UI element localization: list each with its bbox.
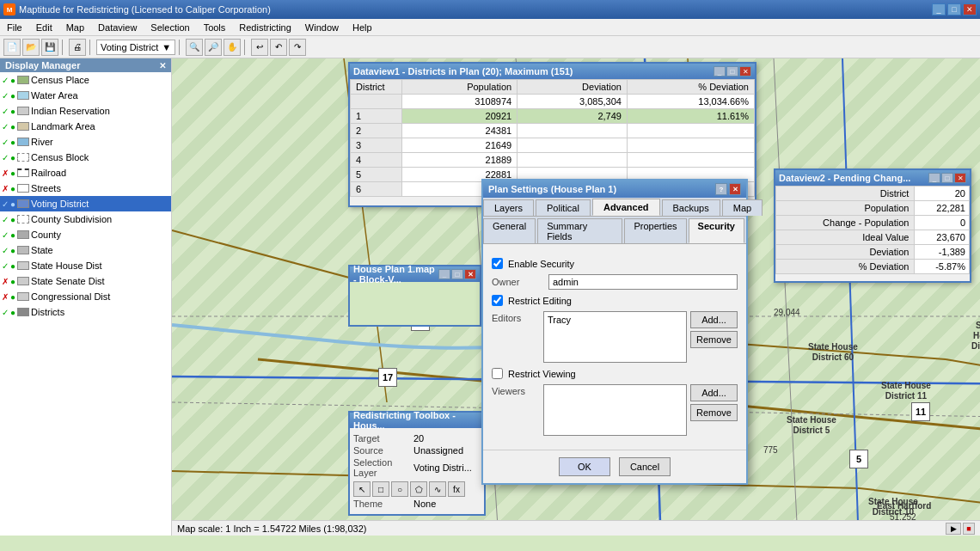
dialog-controls[interactable]: ? ✕ bbox=[715, 183, 741, 195]
dataview2-close[interactable]: ✕ bbox=[954, 173, 966, 183]
menu-dataview[interactable]: Dataview bbox=[91, 21, 144, 34]
dataview1-minimize[interactable]: _ bbox=[714, 66, 726, 77]
maximize-button[interactable]: □ bbox=[947, 3, 961, 15]
remove-viewer-button[interactable]: Remove bbox=[690, 404, 738, 421]
houseplan-controls[interactable]: _ □ ✕ bbox=[438, 269, 476, 279]
close-button[interactable]: ✕ bbox=[963, 3, 977, 15]
map-area[interactable]: State HouseDistrict 16 23,511 State Hous… bbox=[172, 58, 980, 536]
print-btn[interactable]: 🖨 bbox=[69, 39, 86, 56]
status-btn-1[interactable]: ▶ bbox=[946, 523, 961, 535]
table-row[interactable]: 3108974 3,085,304 13,034.66% bbox=[351, 95, 755, 109]
tab-map[interactable]: Map bbox=[722, 199, 763, 216]
table-row[interactable]: 4 21889 bbox=[351, 153, 755, 168]
tool-polygon[interactable]: ⬠ bbox=[410, 481, 427, 497]
layer-railroad[interactable]: ✗ ● Railroad bbox=[0, 165, 171, 181]
editors-list[interactable]: Tracy bbox=[543, 311, 687, 363]
minimize-button[interactable]: _ bbox=[932, 3, 946, 15]
layer-indian-reservation[interactable]: ✓ ● Indian Reservation bbox=[0, 103, 171, 119]
undo-btn[interactable]: ↶ bbox=[270, 39, 287, 56]
houseplan-maximize[interactable]: □ bbox=[451, 269, 463, 279]
menu-help[interactable]: Help bbox=[346, 21, 379, 34]
table-row[interactable]: 3 21649 bbox=[351, 138, 755, 153]
menu-map[interactable]: Map bbox=[59, 21, 91, 34]
table-row[interactable]: 1 20921 2,749 11.61% bbox=[351, 109, 755, 124]
dataview1-controls[interactable]: _ □ ✕ bbox=[714, 66, 751, 77]
tool-arrow[interactable]: ↖ bbox=[353, 481, 371, 497]
status-controls[interactable]: ▶ ■ bbox=[946, 523, 975, 535]
layer-census-place[interactable]: ✓ ● Census Place bbox=[0, 72, 171, 88]
redo-btn[interactable]: ↷ bbox=[289, 39, 306, 56]
add-editor-button[interactable]: Add... bbox=[690, 311, 738, 328]
restrict-viewing-checkbox[interactable] bbox=[492, 368, 503, 379]
display-manager-close[interactable]: ✕ bbox=[159, 61, 166, 70]
list-item[interactable]: Tracy bbox=[546, 314, 684, 326]
layer-voting-district[interactable]: ✓ ● Voting District bbox=[0, 196, 171, 211]
tab-layers[interactable]: Layers bbox=[483, 199, 534, 216]
houseplan-minimize[interactable]: _ bbox=[438, 269, 450, 279]
dataview2-minimize[interactable]: _ bbox=[928, 173, 940, 183]
dataview2-table: District 20 Population 22,281 Change - P… bbox=[775, 186, 970, 274]
menu-redistricting[interactable]: Redistricting bbox=[232, 21, 298, 34]
viewers-list[interactable] bbox=[543, 384, 687, 436]
dataview2-maximize[interactable]: □ bbox=[941, 173, 953, 183]
layer-county-subdivision[interactable]: ✓ ● County Subdivision bbox=[0, 211, 171, 227]
pan-btn[interactable]: ✋ bbox=[224, 39, 241, 56]
layer-dropdown[interactable]: Voting District ▼ bbox=[96, 40, 175, 55]
zoom-in-btn[interactable]: 🔍 bbox=[186, 39, 203, 56]
layer-census-block[interactable]: ✓ ● Census Block bbox=[0, 150, 171, 165]
add-viewer-button[interactable]: Add... bbox=[690, 384, 738, 401]
menu-selection[interactable]: Selection bbox=[144, 21, 196, 34]
dataview1-close[interactable]: ✕ bbox=[739, 66, 751, 77]
houseplan-close[interactable]: ✕ bbox=[464, 269, 476, 279]
tool-circle[interactable]: ○ bbox=[391, 481, 408, 497]
tool-formula[interactable]: fx bbox=[448, 481, 465, 497]
layer-streets[interactable]: ✗ ● Streets bbox=[0, 181, 171, 196]
layer-county[interactable]: ✓ ● County bbox=[0, 227, 171, 242]
save-btn[interactable]: 💾 bbox=[41, 39, 58, 56]
zoom-out-btn[interactable]: 🔎 bbox=[205, 39, 222, 56]
new-btn[interactable]: 📄 bbox=[3, 39, 21, 56]
dataview1-maximize[interactable]: □ bbox=[726, 66, 738, 77]
layer-water-area[interactable]: ✓ ● Water Area bbox=[0, 88, 171, 103]
enable-security-checkbox[interactable] bbox=[492, 258, 503, 269]
select-btn[interactable]: ↩ bbox=[251, 39, 268, 56]
cancel-button[interactable]: Cancel bbox=[619, 457, 671, 476]
tab-advanced[interactable]: Advanced bbox=[592, 199, 660, 216]
status-btn-2[interactable]: ■ bbox=[963, 523, 975, 535]
menu-window[interactable]: Window bbox=[298, 21, 346, 34]
open-btn[interactable]: 📂 bbox=[22, 39, 40, 56]
tab-properties[interactable]: Properties bbox=[624, 218, 686, 243]
menu-edit[interactable]: Edit bbox=[29, 21, 59, 34]
layer-state-house-dist[interactable]: ✓ ● State House Dist bbox=[0, 258, 171, 273]
layer-river[interactable]: ✓ ● River bbox=[0, 134, 171, 150]
tab-security[interactable]: Security bbox=[689, 218, 744, 243]
title-bar-controls[interactable]: _ □ ✕ bbox=[932, 3, 977, 15]
layer-landmark-area[interactable]: ✓ ● Landmark Area bbox=[0, 119, 171, 134]
tab-summary-fields[interactable]: Summary Fields bbox=[537, 218, 622, 243]
layer-name: County bbox=[31, 230, 61, 240]
tab-backups[interactable]: Backups bbox=[662, 199, 720, 216]
table-row[interactable]: 2 24381 bbox=[351, 124, 755, 138]
tool-line[interactable]: ∿ bbox=[429, 481, 446, 497]
owner-input[interactable] bbox=[548, 274, 738, 290]
restrict-editing-checkbox[interactable] bbox=[492, 295, 503, 306]
ok-button[interactable]: OK bbox=[559, 457, 610, 476]
menu-file[interactable]: File bbox=[0, 21, 29, 34]
toolbox-title-text: Redistricting Toolbox - Hous... bbox=[353, 410, 481, 431]
dialog-close[interactable]: ✕ bbox=[729, 183, 741, 195]
cell-deviation: 3,085,304 bbox=[518, 95, 628, 109]
tab-political[interactable]: Political bbox=[536, 199, 591, 216]
remove-editor-button[interactable]: Remove bbox=[690, 331, 738, 348]
layer-state[interactable]: ✓ ● State bbox=[0, 242, 171, 258]
layer-districts[interactable]: ✓ ● Districts bbox=[0, 304, 171, 320]
dv2-scrollbar[interactable] bbox=[775, 274, 970, 281]
tool-rect[interactable]: □ bbox=[372, 481, 389, 497]
layer-swatch bbox=[17, 91, 29, 100]
dataview2-controls[interactable]: _ □ ✕ bbox=[928, 173, 966, 183]
cell-deviation bbox=[518, 153, 628, 168]
layer-congressional-dist[interactable]: ✗ ● Congressional Dist bbox=[0, 289, 171, 304]
menu-tools[interactable]: Tools bbox=[197, 21, 233, 34]
dialog-help[interactable]: ? bbox=[715, 183, 727, 195]
layer-state-senate-dist[interactable]: ✗ ● State Senate Dist bbox=[0, 273, 171, 289]
tab-general[interactable]: General bbox=[483, 218, 536, 243]
